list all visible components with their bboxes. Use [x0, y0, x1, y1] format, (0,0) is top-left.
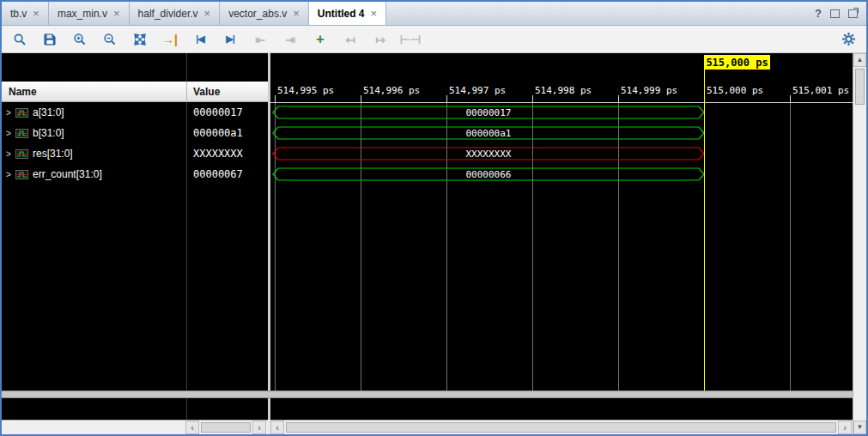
previous-marker-icon[interactable]: ↤ — [341, 30, 360, 49]
bus-signal-icon — [15, 129, 28, 138]
tab-label: Untitled 4 — [318, 8, 365, 20]
float-window-icon[interactable] — [848, 9, 858, 18]
tab-close-icon[interactable]: × — [33, 8, 39, 19]
zoom-fit-icon[interactable] — [131, 30, 149, 49]
bus-signal-icon — [15, 149, 28, 159]
tab-half-divider-v[interactable]: half_divider.v × — [130, 2, 221, 25]
signal-value: XXXXXXXX — [193, 148, 243, 160]
wave-window-body: Name Value > a[31:0] 00000017 > — [2, 53, 866, 434]
signal-row-b[interactable]: > b[31:0] 000000a1 — [2, 123, 268, 143]
tab-close-icon[interactable]: × — [371, 8, 378, 19]
time-tick-label: 515,001 ps — [792, 85, 849, 96]
tab-tb-v[interactable]: tb.v × — [2, 2, 49, 25]
signal-row-a[interactable]: > a[31:0] 00000017 — [2, 102, 268, 123]
tab-close-icon[interactable]: × — [113, 8, 120, 19]
previous-transition-icon[interactable]: |◀ — [191, 30, 209, 49]
tab-close-icon[interactable]: × — [204, 8, 211, 19]
horizontal-sash[interactable] — [2, 391, 853, 398]
signal-table-header: Name Value — [2, 82, 268, 102]
signal-name: err_count[31:0] — [33, 168, 102, 180]
scroll-up-icon[interactable]: ▲ — [853, 53, 866, 67]
bus-signal-icon — [15, 170, 28, 179]
scroll-left-icon[interactable]: ‹ — [185, 421, 199, 434]
scroll-right-icon[interactable]: › — [252, 421, 266, 434]
hscroll-thumb[interactable] — [286, 422, 836, 433]
expand-chevron-icon[interactable]: > — [6, 129, 15, 138]
name-column-header: Name — [9, 86, 37, 98]
header-column-divider[interactable] — [186, 82, 187, 102]
signal-list: > a[31:0] 00000017 > b[31:0] 000000a1 — [2, 102, 268, 185]
wave-toolbar: →| |◀ ▶| ⇤ ⇥ + ↤ ↦ ⊢⊣ — [2, 26, 866, 53]
time-tick-label: 514,999 ps — [621, 85, 677, 96]
signal-name: a[31:0] — [33, 106, 64, 118]
time-tick-label: 514,997 ps — [449, 85, 506, 96]
tab-untitled-4[interactable]: Untitled 4 × — [309, 2, 386, 25]
waveform-hscrollbar[interactable]: ‹ › — [270, 420, 853, 434]
save-icon[interactable] — [40, 30, 59, 49]
time-tick-label: 514,995 ps — [277, 85, 334, 96]
tab-max-min-v[interactable]: max_min.v × — [49, 2, 130, 25]
tab-label: half_divider.v — [138, 8, 198, 20]
scroll-down-icon[interactable]: ▼ — [853, 421, 866, 434]
waveform-window: tb.v × max_min.v × half_divider.v × vect… — [0, 0, 868, 436]
signal-row-res[interactable]: > res[31:0] XXXXXXXX — [2, 143, 268, 164]
waveform-background — [270, 53, 853, 420]
tab-label: max_min.v — [58, 8, 107, 20]
signal-value: 000000a1 — [193, 127, 243, 139]
editor-tab-bar: tb.v × max_min.v × half_divider.v × vect… — [2, 2, 866, 26]
signal-name: res[31:0] — [33, 148, 73, 160]
zoom-in-icon[interactable] — [70, 30, 89, 49]
tab-vector-abs-v[interactable]: vector_abs.v × — [220, 2, 309, 25]
zoom-to-cursor-icon[interactable]: →| — [161, 30, 179, 49]
signal-value: 00000017 — [193, 106, 243, 118]
tab-close-icon[interactable]: × — [293, 8, 300, 19]
add-marker-icon[interactable]: + — [311, 30, 330, 49]
tab-label: tb.v — [10, 8, 27, 20]
hscroll-thumb[interactable] — [201, 422, 251, 433]
time-tick-label: 514,996 ps — [363, 85, 420, 96]
value-column-header: Value — [193, 86, 220, 98]
tab-bar-controls: ? — [815, 2, 866, 25]
tab-label: vector_abs.v — [228, 8, 287, 20]
floating-ruler-icon[interactable]: ⊢⊣ — [401, 30, 420, 49]
bus-value-label: 00000017 — [466, 107, 512, 118]
signal-row-err-count[interactable]: > err_count[31:0] 00000067 — [2, 164, 268, 185]
bus-signal-icon — [15, 108, 28, 118]
bus-value-label: 000000a1 — [466, 128, 512, 139]
time-tick-label: 515,000 ps — [707, 85, 763, 96]
cursor-time-label: 515,000 ps — [706, 57, 768, 69]
expand-chevron-icon[interactable]: > — [6, 149, 15, 159]
scroll-left-icon[interactable]: ‹ — [270, 421, 284, 434]
time-tick-label: 514,998 ps — [535, 85, 592, 96]
waveform-vscrollbar[interactable]: ▲ ▼ — [853, 53, 866, 434]
bus-value-label: 00000066 — [466, 169, 512, 180]
search-icon[interactable] — [10, 30, 29, 49]
zoom-out-icon[interactable] — [100, 30, 119, 49]
next-marker-icon[interactable]: ↦ — [371, 30, 390, 49]
vscroll-thumb[interactable] — [855, 69, 865, 105]
maximize-icon[interactable] — [830, 9, 840, 18]
snap-to-transition-icon[interactable]: ⇥ — [281, 30, 300, 49]
next-transition-icon[interactable]: ▶| — [221, 30, 240, 49]
signal-name: b[31:0] — [33, 127, 64, 139]
help-icon[interactable]: ? — [815, 7, 822, 20]
expand-chevron-icon[interactable]: > — [6, 170, 15, 179]
signal-value: 00000067 — [193, 168, 243, 180]
swap-cursors-icon[interactable]: ⇤ — [251, 30, 270, 49]
scroll-right-icon[interactable]: › — [838, 421, 852, 434]
bus-value-label: XXXXXXXX — [466, 148, 512, 160]
settings-gear-icon[interactable] — [839, 30, 858, 49]
expand-chevron-icon[interactable]: > — [6, 108, 15, 118]
name-panel-hscrollbar[interactable]: ‹ › — [2, 420, 268, 434]
waveform-canvas[interactable]: 514,995 ps 514,996 ps 514,997 ps 514,998… — [270, 53, 853, 420]
